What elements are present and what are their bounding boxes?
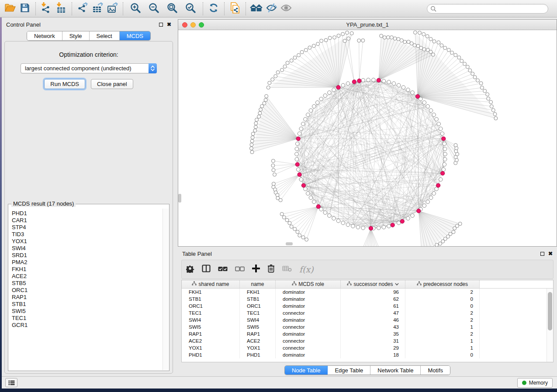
show-columns-icon — [202, 265, 211, 274]
mcds-result-item[interactable]: STP4 — [9, 224, 163, 231]
table-row[interactable]: RAP1RAP1dominator352 — [182, 330, 553, 337]
table-scrollbar-track[interactable] — [547, 289, 553, 362]
column-header-successor-nodes[interactable]: successor nodes — [341, 280, 405, 288]
save-session-button[interactable] — [17, 2, 32, 16]
network-canvas[interactable] — [178, 30, 557, 246]
mcds-result-item[interactable]: PHD1 — [9, 210, 163, 217]
refresh-view-button[interactable] — [206, 2, 221, 16]
mcds-result-item[interactable]: SWI4 — [9, 245, 163, 252]
float-table-panel-icon[interactable] — [540, 252, 544, 256]
mcds-result-item[interactable]: GCR1 — [9, 322, 163, 329]
add-column-button[interactable] — [252, 265, 260, 274]
table-row[interactable]: STB1STB1dominator620 — [182, 296, 553, 303]
cell-name: PHD1 — [240, 351, 276, 358]
cell-successor-nodes: 46 — [341, 316, 405, 323]
column-label: shared name — [198, 281, 229, 287]
cell-shared-name: RAP1 — [182, 330, 240, 337]
mcds-result-item[interactable]: SRD1 — [9, 252, 163, 259]
tab-node-table[interactable]: Node Table — [285, 366, 328, 375]
table-scrollbar-thumb[interactable] — [548, 292, 552, 330]
mcds-result-item[interactable]: ORC1 — [9, 287, 163, 294]
mcds-result-item[interactable]: TID3 — [9, 231, 163, 238]
select-all-icon — [218, 265, 228, 273]
table-row[interactable]: YOX1YOX1connector291 — [182, 344, 553, 351]
table-row[interactable]: SWI5SWI5connector431 — [182, 323, 553, 330]
close-panel-icon[interactable]: ✖ — [167, 23, 171, 27]
run-mcds-button[interactable]: Run MCDS — [44, 79, 85, 89]
table-row[interactable]: ACE2ACE2connector311 — [182, 337, 553, 344]
network-overview-button[interactable] — [249, 2, 264, 16]
clone-network-button[interactable] — [228, 2, 242, 16]
cell-successor-nodes: 43 — [341, 323, 405, 330]
task-history-button[interactable] — [5, 378, 17, 387]
table-row[interactable]: TEC1TEC1connector472 — [182, 309, 553, 316]
column-header-shared-name[interactable]: shared name — [182, 280, 240, 288]
delete-table-button[interactable] — [282, 265, 292, 274]
function-builder-button[interactable]: f(x) — [299, 265, 314, 274]
mcds-result-item[interactable]: SWI5 — [9, 308, 163, 315]
export-image-icon — [107, 2, 118, 15]
main-toolbar — [0, 0, 557, 17]
criterion-dropdown[interactable]: largest connected component (undirected) — [21, 63, 157, 73]
zoom-out-button[interactable] — [146, 2, 161, 16]
export-network-button[interactable] — [75, 2, 90, 16]
network-vertical-scrollbar[interactable] — [178, 194, 181, 203]
mcds-result-item[interactable]: ACE2 — [9, 273, 163, 280]
open-session-button[interactable] — [3, 2, 17, 16]
zoom-in-button[interactable] — [128, 2, 143, 16]
import-table-button[interactable] — [54, 2, 69, 16]
network-window-titlebar: YPA_prune.txt_1 — [178, 20, 557, 30]
mcds-result-item[interactable]: YOX1 — [9, 238, 163, 245]
tab-select[interactable]: Select — [90, 31, 120, 40]
hide-unhide-button[interactable] — [264, 2, 279, 16]
import-network-button[interactable] — [39, 2, 54, 16]
mcds-result-item[interactable]: STB5 — [9, 280, 163, 287]
mcds-result-item[interactable]: RAP1 — [9, 294, 163, 301]
memory-button[interactable]: Memory — [517, 378, 553, 388]
mcds-list-scrollbar[interactable] — [163, 209, 169, 370]
tab-network[interactable]: Network — [27, 31, 62, 40]
column-header-MCDS-role[interactable]: MCDS role — [276, 280, 341, 288]
import-table-icon — [55, 2, 67, 15]
tab-motifs[interactable]: Motifs — [421, 366, 450, 375]
mcds-result-item[interactable]: STB1 — [9, 301, 163, 308]
column-header-filler — [480, 280, 553, 288]
mcds-result-item[interactable]: CAR1 — [9, 217, 163, 224]
float-panel-icon[interactable] — [159, 23, 163, 27]
cell-predecessor-nodes: 2 — [405, 316, 480, 323]
zoom-selected-button[interactable] — [183, 2, 198, 16]
mcds-result-item[interactable]: TEC1 — [9, 315, 163, 322]
mcds-result-item[interactable]: PMA2 — [9, 259, 163, 266]
show-graphics-button[interactable] — [279, 2, 294, 16]
table-row[interactable]: FKH1FKH1dominator962 — [182, 289, 553, 296]
network-graph[interactable] — [178, 30, 557, 247]
table-settings-button[interactable] — [186, 265, 194, 275]
column-header-predecessor-nodes[interactable]: predecessor nodes — [405, 280, 480, 288]
close-table-panel-icon[interactable]: ✖ — [548, 252, 553, 256]
table-row[interactable]: ORC1ORC1dominator610 — [182, 303, 553, 309]
close-panel-button[interactable]: Close panel — [91, 79, 133, 89]
export-image-button[interactable] — [105, 2, 120, 16]
mcds-result-list[interactable]: PHD1CAR1STP4TID3YOX1SWI4SRD1PMA2FKH1ACE2… — [9, 209, 163, 370]
network-horizontal-scrollbar[interactable] — [286, 242, 293, 245]
tab-style[interactable]: Style — [62, 31, 90, 40]
tab-network-table[interactable]: Network Table — [370, 366, 421, 375]
mcds-result-item[interactable]: FKH1 — [9, 266, 163, 273]
deselect-all-button[interactable] — [235, 265, 245, 273]
cell-MCDS-role: dominator — [276, 330, 341, 337]
search-input[interactable] — [427, 4, 548, 14]
table-row[interactable]: PHD1PHD1dominator180 — [182, 351, 553, 358]
column-header-name[interactable]: name — [240, 280, 276, 288]
delete-column-button[interactable] — [267, 264, 275, 275]
cell-name: SWI5 — [240, 323, 276, 330]
cell-shared-name: ORC1 — [182, 303, 240, 309]
tab-mcds[interactable]: MCDS — [120, 31, 150, 40]
export-table-button[interactable] — [90, 2, 105, 16]
table-row[interactable]: SWI4SWI4dominator462 — [182, 316, 553, 323]
delete-column-icon — [267, 264, 275, 275]
zoom-fit-button[interactable] — [165, 2, 180, 16]
show-columns-button[interactable] — [202, 265, 211, 274]
tab-edge-table[interactable]: Edge Table — [328, 366, 370, 375]
mcds-result-title: MCDS result (17 nodes) — [11, 200, 76, 207]
select-all-button[interactable] — [218, 265, 228, 273]
